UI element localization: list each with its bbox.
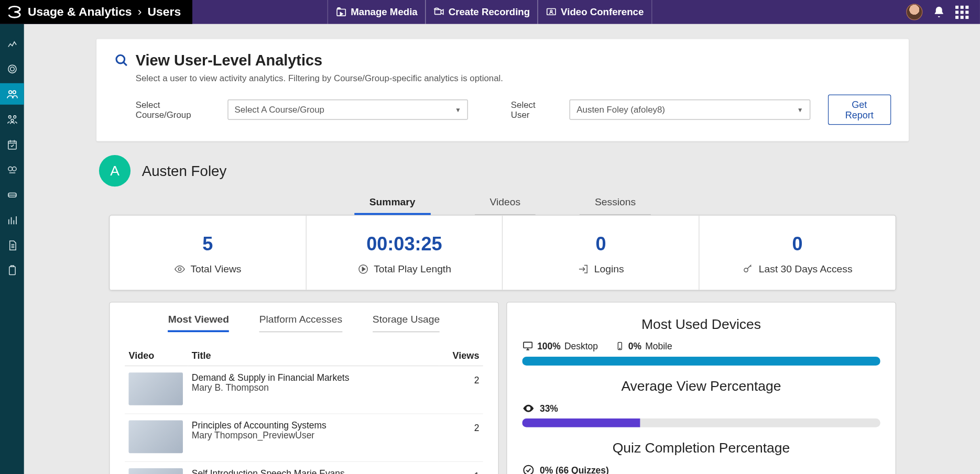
check-circle-icon [522,464,535,474]
video-author: Mary Thompson_PreviewUser [192,431,435,440]
table-row[interactable]: Principles of Accounting Systems Mary Th… [125,414,483,461]
mobile-percent: 0% [628,341,641,351]
stat-label: Total Views [190,263,241,275]
nav-calendar-icon[interactable] [0,134,24,155]
devices-title: Most Used Devices [522,316,880,333]
report-tabs: Summary Videos Sessions [96,193,909,215]
svg-point-6 [8,91,12,94]
key-icon [743,263,754,275]
page-title: View User-Level Analytics [136,52,322,70]
filter-card: View User-Level Analytics Select a user … [96,39,909,141]
avg-view-title: Average View Percentage [522,378,880,394]
stat-label: Logins [594,263,624,275]
top-header: Usage & Analytics › Users Manage Media C… [0,0,980,24]
eye-icon [522,402,535,415]
course-group-value: Select A Course/Group [235,105,324,115]
manage-media-button[interactable]: Manage Media [328,0,426,24]
table-row[interactable]: Demand & Supply in Financial Markets Mar… [125,366,483,414]
svg-point-24 [524,466,533,474]
summary-stats: 5 Total Views 00:03:25 Total Play Length… [109,215,896,290]
svg-rect-20 [524,342,532,348]
sub-tab-platform-accesses[interactable]: Platform Accesses [259,314,342,332]
nav-search-icon[interactable] [0,159,24,180]
create-recording-button[interactable]: Create Recording [425,0,538,24]
video-thumbnail [128,421,182,454]
panel-sub-tabs: Most Viewed Platform Accesses Storage Us… [125,314,483,332]
svg-rect-11 [8,141,16,149]
nav-groups-icon[interactable] [0,108,24,130]
video-conference-button[interactable]: Video Conference [538,0,652,24]
metrics-panel: Most Used Devices 100% Desktop 0% Mobile… [506,302,896,474]
svg-point-10 [10,119,13,122]
page-subtitle: Select a user to view activity analytics… [136,73,891,83]
video-views: 2 [439,366,483,414]
breadcrumb-separator: › [138,5,142,18]
header-right [906,4,980,20]
svg-point-19 [744,268,748,272]
sub-tab-storage-usage[interactable]: Storage Usage [373,314,440,332]
stat-play-length: 00:03:25 Total Play Length [306,216,503,290]
sub-tab-most-viewed[interactable]: Most Viewed [168,314,229,332]
tab-sessions[interactable]: Sessions [580,193,651,215]
search-icon [114,53,129,68]
top-action-label: Create Recording [449,6,530,18]
stat-label: Total Play Length [374,263,451,275]
main-content: View User-Level Analytics Select a user … [24,24,980,474]
user-avatar-icon[interactable] [906,4,922,20]
video-title: Self Introduction Speech Marie Evans [192,468,435,474]
breadcrumb-container: Usage & Analytics › Users [0,0,192,24]
nav-chart-icon[interactable] [0,209,24,230]
video-views: 1 [439,461,483,474]
svg-point-9 [13,115,16,118]
desktop-percent: 100% [537,341,561,351]
col-title: Title [188,345,439,366]
video-author: Mary B. Thompson [192,382,435,392]
video-title: Demand & Supply in Financial Markets [192,372,435,382]
course-group-label: Select Course/Group [136,100,210,120]
devices-progress-fill [522,357,880,366]
svg-point-23 [527,407,529,410]
quiz-completion-text: 0% (66 Quizzes) [540,465,609,474]
avg-view-progress-fill [522,418,640,427]
selected-user-header: A Austen Foley [99,155,909,186]
svg-point-16 [116,55,125,63]
course-group-select[interactable]: Select A Course/Group ▼ [227,100,468,120]
video-thumbnail [128,372,182,405]
app-logo-icon [6,4,23,20]
nav-target-icon[interactable] [0,58,24,80]
notifications-icon[interactable] [933,6,945,18]
stat-logins: 0 Logins [503,216,700,290]
nav-users-icon[interactable] [0,83,24,105]
svg-point-8 [8,115,11,118]
most-viewed-panel: Most Viewed Platform Accesses Storage Us… [109,302,499,474]
get-report-button[interactable]: Get Report [828,94,891,125]
user-select[interactable]: Austen Foley (afoley8) ▼ [570,100,810,120]
stat-value: 5 [202,233,213,255]
top-actions: Manage Media Create Recording Video Conf… [328,0,652,24]
quiz-title: Quiz Completion Percentage [522,440,880,456]
apps-grid-icon[interactable] [955,5,968,18]
chevron-down-icon: ▼ [455,106,461,113]
tab-videos[interactable]: Videos [475,193,536,215]
user-select-value: Austen Foley (afoley8) [576,105,665,115]
svg-rect-15 [9,267,15,274]
svg-point-12 [8,167,12,171]
tab-summary[interactable]: Summary [354,193,431,215]
chevron-down-icon: ▼ [797,106,803,113]
most-viewed-table: Video Title Views Demand & Supply in Fin… [125,345,483,474]
user-select-label: Select User [511,100,552,120]
breadcrumb-page[interactable]: Users [148,5,181,18]
svg-point-17 [178,268,181,270]
top-action-label: Video Conference [561,6,644,18]
col-views: Views [439,345,483,366]
nav-document-icon[interactable] [0,235,24,256]
breadcrumb[interactable]: Usage & Analytics › Users [28,5,181,19]
stat-label: Last 30 Days Access [759,263,853,275]
table-row[interactable]: Self Introduction Speech Marie Evans Mar… [125,461,483,474]
nav-dashboard-icon[interactable] [0,33,24,54]
breadcrumb-section[interactable]: Usage & Analytics [28,5,132,18]
nav-clipboard-icon[interactable] [0,260,24,281]
nav-storage-icon[interactable] [0,184,24,205]
avg-view-progress [522,418,880,427]
avg-view-percent: 33% [540,403,558,413]
